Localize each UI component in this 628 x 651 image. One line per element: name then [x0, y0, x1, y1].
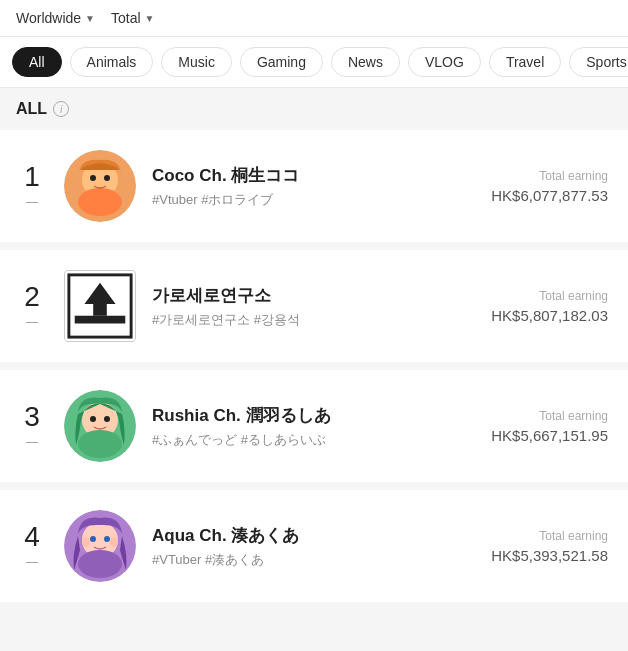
period-dropdown[interactable]: Total ▼ — [107, 8, 158, 28]
channel-name[interactable]: Rushia Ch. 潤羽るしあ — [152, 404, 475, 427]
earning-label: Total earning — [491, 529, 608, 543]
svg-rect-7 — [75, 316, 126, 324]
svg-point-4 — [104, 175, 110, 181]
category-btn-vlog[interactable]: VLOG — [408, 47, 481, 77]
rank-number: 4 — — [16, 523, 48, 569]
earning-label: Total earning — [491, 289, 608, 303]
ranking-card[interactable]: 3 — Rushia Ch. 潤羽るしあ #ふぁんでっど #るしあらいぶ Tot… — [0, 370, 628, 482]
channel-avatar — [64, 270, 136, 342]
rank-change: — — [26, 195, 38, 209]
ranking-list: 1 — Coco Ch. 桐生ココ #Vtuber #ホロライブ Total e… — [0, 130, 628, 610]
earning-value: HK$6,077,877.53 — [491, 187, 608, 204]
channel-avatar — [64, 510, 136, 582]
rank-num: 2 — [24, 283, 40, 311]
svg-point-19 — [82, 537, 90, 547]
ranking-card[interactable]: 2 — 가로세로연구소 #가로세로연구소 #강용석 Total earning … — [0, 250, 628, 362]
channel-avatar — [64, 390, 136, 462]
rank-change: — — [26, 315, 38, 329]
rank-number: 2 — — [16, 283, 48, 329]
region-label: Worldwide — [16, 10, 81, 26]
svg-point-16 — [78, 550, 122, 578]
earning-label: Total earning — [491, 409, 608, 423]
channel-name[interactable]: 가로세로연구소 — [152, 284, 475, 307]
channel-info: Coco Ch. 桐生ココ #Vtuber #ホロライブ — [152, 164, 475, 209]
earning-info: Total earning HK$5,393,521.58 — [491, 529, 608, 564]
earning-value: HK$5,393,521.58 — [491, 547, 608, 564]
category-btn-music[interactable]: Music — [161, 47, 232, 77]
earning-info: Total earning HK$5,667,151.95 — [491, 409, 608, 444]
rank-change: — — [26, 555, 38, 569]
channel-name[interactable]: Coco Ch. 桐生ココ — [152, 164, 475, 187]
channel-info: Rushia Ch. 潤羽るしあ #ふぁんでっど #るしあらいぶ — [152, 404, 475, 449]
section-title: ALL — [16, 100, 47, 118]
rank-change: — — [26, 435, 38, 449]
svg-point-2 — [78, 188, 122, 216]
category-btn-news[interactable]: News — [331, 47, 400, 77]
svg-point-12 — [90, 416, 96, 422]
top-bar: Worldwide ▼ Total ▼ — [0, 0, 628, 37]
svg-point-11 — [78, 430, 122, 458]
svg-point-3 — [90, 175, 96, 181]
category-btn-sports[interactable]: Sports — [569, 47, 628, 77]
rank-num: 4 — [24, 523, 40, 551]
channel-tags: #VTuber #湊あくあ — [152, 551, 475, 569]
earning-info: Total earning HK$5,807,182.03 — [491, 289, 608, 324]
channel-name[interactable]: Aqua Ch. 湊あくあ — [152, 524, 475, 547]
channel-tags: #가로세로연구소 #강용석 — [152, 311, 475, 329]
channel-tags: #Vtuber #ホロライブ — [152, 191, 475, 209]
period-arrow-icon: ▼ — [145, 13, 155, 24]
rank-number: 3 — — [16, 403, 48, 449]
section-header: ALL i — [0, 88, 628, 130]
region-arrow-icon: ▼ — [85, 13, 95, 24]
earning-value: HK$5,807,182.03 — [491, 307, 608, 324]
category-btn-travel[interactable]: Travel — [489, 47, 561, 77]
rank-num: 3 — [24, 403, 40, 431]
svg-point-13 — [104, 416, 110, 422]
category-bar: AllAnimalsMusicGamingNewsVLOGTravelSport… — [0, 37, 628, 88]
category-btn-animals[interactable]: Animals — [70, 47, 154, 77]
earning-label: Total earning — [491, 169, 608, 183]
info-icon[interactable]: i — [53, 101, 69, 117]
rank-num: 1 — [24, 163, 40, 191]
channel-info: Aqua Ch. 湊あくあ #VTuber #湊あくあ — [152, 524, 475, 569]
svg-point-17 — [90, 536, 96, 542]
region-dropdown[interactable]: Worldwide ▼ — [12, 8, 99, 28]
channel-avatar — [64, 150, 136, 222]
channel-info: 가로세로연구소 #가로세로연구소 #강용석 — [152, 284, 475, 329]
rank-number: 1 — — [16, 163, 48, 209]
svg-point-20 — [110, 537, 118, 547]
earning-value: HK$5,667,151.95 — [491, 427, 608, 444]
earning-info: Total earning HK$6,077,877.53 — [491, 169, 608, 204]
channel-tags: #ふぁんでっど #るしあらいぶ — [152, 431, 475, 449]
ranking-card[interactable]: 1 — Coco Ch. 桐生ココ #Vtuber #ホロライブ Total e… — [0, 130, 628, 242]
ranking-card[interactable]: 4 — Aqua Ch. 湊あくあ #VTuber #湊あくあ Total ea… — [0, 490, 628, 602]
svg-point-18 — [104, 536, 110, 542]
period-label: Total — [111, 10, 141, 26]
category-btn-all[interactable]: All — [12, 47, 62, 77]
category-btn-gaming[interactable]: Gaming — [240, 47, 323, 77]
